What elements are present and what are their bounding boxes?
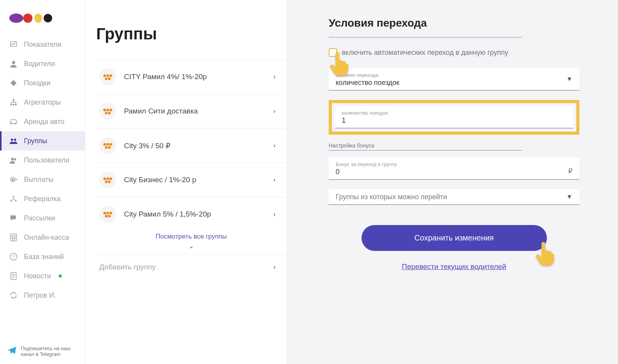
svg-point-2	[34, 14, 42, 23]
svg-point-41	[108, 112, 111, 115]
svg-point-51	[108, 181, 111, 183]
sidebar-item-label: Рассылки	[24, 214, 55, 222]
sidebar-item-label: Пользователи	[24, 156, 69, 164]
dropdown-arrow-icon: ▼	[566, 76, 572, 83]
chevron-right-icon: ›	[273, 108, 275, 115]
sidebar-item-mailings[interactable]: Рассылки	[0, 208, 85, 228]
save-button[interactable]: Сохранить изменения	[362, 225, 547, 251]
sidebar-item-label: Онлайн-касса	[24, 234, 69, 242]
condition-select[interactable]: Условие перехода количество поездок ▼	[329, 68, 579, 91]
sidebar-item-referral[interactable]: Рефералка	[0, 189, 85, 208]
checkbox-label: включить автоматических переход в данную…	[342, 49, 508, 57]
field-label: количество поездок	[342, 110, 566, 116]
svg-point-46	[108, 146, 111, 149]
user-icon	[9, 59, 18, 68]
help-icon: ?	[9, 252, 18, 261]
from-groups-select[interactable]: Группы из которых можно перейти ▼	[329, 189, 579, 205]
group-row[interactable]: CITY Рамил 4%/ 1%-20р ›	[96, 59, 286, 94]
sidebar-nav: Показатели Водители Поездки Агрегаторы А…	[0, 35, 85, 342]
sidebar-item-news[interactable]: Новости	[0, 266, 85, 286]
sidebar-item-groups[interactable]: Группы	[0, 131, 85, 151]
pointer-hand-overlay	[534, 240, 555, 267]
svg-point-42	[104, 143, 106, 146]
sidebar: Показатели Водители Поездки Агрегаторы А…	[0, 0, 85, 364]
sidebar-item-trips[interactable]: Поездки	[0, 73, 85, 93]
group-row[interactable]: Рамил Сити доставка ›	[96, 94, 286, 128]
field-label: Бонус за переход в группу	[336, 161, 397, 167]
sidebar-item-users[interactable]: Пользователи	[0, 151, 85, 170]
two-users-icon	[9, 156, 18, 164]
group-row[interactable]: City Бизнес / 1%-20 р ›	[96, 163, 286, 197]
svg-point-32	[104, 74, 106, 77]
chevron-right-icon: ›	[273, 73, 275, 80]
chat-icon	[9, 214, 18, 222]
group-row[interactable]: City Рамил 5% / 1,5%-20р ›	[96, 197, 286, 231]
telegram-promo-text: Подпишитесь на наш канал в Telegram	[21, 345, 78, 357]
field-value: 1	[342, 117, 566, 125]
trip-count-input[interactable]: количество поездок 1	[335, 106, 573, 129]
group-label: CITY Рамил 4%/ 1%-20р	[124, 73, 207, 81]
svg-point-3	[44, 14, 52, 22]
svg-point-37	[104, 109, 106, 112]
dropdown-arrow-icon: ▼	[566, 193, 572, 200]
groups-panel: Группы CITY Рамил 4%/ 1%-20р › Рамил Сит…	[85, 0, 286, 364]
sidebar-item-payouts[interactable]: $ Выплаты	[0, 170, 85, 189]
payout-icon: $	[9, 175, 18, 184]
svg-rect-6	[13, 99, 14, 101]
sidebar-item-current-user[interactable]: Петров И.	[0, 286, 85, 305]
svg-point-40	[105, 112, 108, 115]
group-label: City Бизнес / 1%-20 р	[124, 176, 196, 184]
pointer-hand-overlay	[328, 51, 350, 77]
svg-text:?: ?	[12, 254, 15, 259]
calculator-icon	[9, 233, 18, 242]
telegram-icon	[7, 345, 17, 356]
sidebar-item-label: Рефералка	[24, 195, 61, 203]
chevron-down-icon: ⌄	[188, 242, 194, 250]
auto-transition-checkbox-row[interactable]: включить автоматических переход в данную…	[329, 48, 579, 57]
group-icon	[99, 68, 116, 85]
field-label: Условие перехода	[336, 72, 572, 78]
groups-list: CITY Рамил 4%/ 1%-20р › Рамил Сити доста…	[96, 59, 286, 280]
hierarchy-icon	[9, 98, 18, 107]
sidebar-item-indicators[interactable]: Показатели	[0, 35, 85, 54]
add-group-row[interactable]: Добавить группу ›	[96, 254, 286, 280]
group-row[interactable]: City 3% / 50 ₽ ›	[96, 128, 286, 163]
chart-icon	[9, 40, 18, 49]
sidebar-item-car-rent[interactable]: Аренда авто	[0, 112, 85, 131]
svg-point-54	[110, 212, 112, 215]
sidebar-item-label: Показатели	[24, 41, 61, 49]
svg-point-48	[107, 178, 109, 180]
see-all-groups-link[interactable]: Посмотреть все группы ⌄	[96, 231, 286, 254]
svg-point-33	[107, 74, 109, 77]
svg-point-55	[105, 215, 108, 218]
sidebar-item-drivers[interactable]: Водители	[0, 54, 85, 73]
field-value: 0	[336, 168, 397, 176]
chevron-right-icon: ›	[273, 176, 275, 183]
svg-point-53	[107, 212, 109, 215]
see-all-label: Посмотреть все группы	[156, 233, 227, 240]
svg-point-36	[108, 78, 111, 80]
document-icon	[9, 272, 18, 280]
svg-point-35	[105, 78, 108, 80]
svg-point-0	[9, 14, 23, 23]
new-badge	[59, 274, 62, 278]
refresh-icon	[9, 291, 18, 300]
field-value: Группы из которых можно перейти	[336, 193, 572, 201]
sidebar-item-aggregators[interactable]: Агрегаторы	[0, 93, 85, 112]
group-label: Рамил Сити доставка	[124, 107, 198, 115]
sidebar-item-label: Поездки	[24, 79, 51, 87]
chevron-right-icon: ›	[273, 264, 275, 271]
svg-point-12	[11, 139, 13, 141]
sidebar-item-label: База знаний	[24, 253, 64, 261]
telegram-promo[interactable]: Подпишитесь на наш канал в Telegram	[0, 342, 85, 364]
currency-symbol: ₽	[568, 167, 572, 176]
group-label: City Рамил 5% / 1,5%-20р	[124, 210, 211, 218]
sidebar-item-label: Аренда авто	[24, 118, 65, 126]
svg-point-44	[110, 143, 112, 146]
svg-rect-9	[15, 104, 17, 105]
sidebar-item-knowledge[interactable]: ? База знаний	[0, 247, 85, 266]
svg-point-11	[15, 123, 16, 124]
sidebar-item-cashregister[interactable]: Онлайн-касса	[0, 228, 85, 247]
svg-point-52	[104, 212, 106, 215]
bonus-amount-input[interactable]: Бонус за переход в группу 0 ₽	[329, 157, 579, 180]
